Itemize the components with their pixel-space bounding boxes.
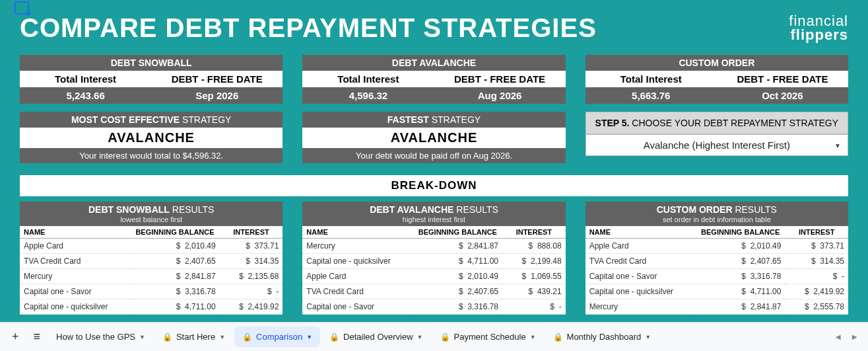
cell-interest: $ 2,135.68	[220, 269, 283, 284]
sheet-tab-label: Start Here	[176, 332, 215, 342]
cell-name: TVA Credit Card	[302, 284, 413, 299]
fastest-title: FASTEST STRATEGY	[302, 112, 565, 128]
cell-name: Capital one - Savor	[302, 299, 413, 315]
results-card-title: CUSTOM ORDER RESULTSset order in debt in…	[585, 202, 848, 226]
cell-balance: $ 2,010.49	[696, 239, 785, 254]
results-card: DEBT AVALANCHE RESULTShighest interest f…	[302, 202, 565, 315]
results-card: CUSTOM ORDER RESULTSset order in debt in…	[585, 202, 848, 315]
col-interest: INTEREST	[785, 226, 848, 239]
results-card-title: DEBT SNOWBALL RESULTSlowest balance firs…	[20, 202, 283, 226]
snowball-interest-value: 5,243.66	[20, 87, 151, 104]
fastest-note: Your debt would be paid off on Aug 2026.	[302, 148, 565, 163]
cost-effective-title: MOST COST EFFECTIVE STRATEGY	[20, 112, 283, 128]
custom-interest-label: Total Interest	[585, 71, 717, 87]
results-table: NAMEBEGINNING BALANCEINTERESTApple Card$…	[20, 226, 283, 315]
cost-effective-value: AVALANCHE	[20, 128, 283, 148]
table-row[interactable]: Capital one - quicksilver$ 4,711.00$ 2,4…	[585, 284, 848, 299]
cell-name: Mercury	[302, 239, 413, 254]
sheet-tab-label: Comparison	[256, 332, 302, 342]
sheet-tab-how[interactable]: How to Use the GPS▼	[48, 327, 153, 347]
cell-balance: $ 3,316.78	[696, 269, 785, 284]
table-row[interactable]: Capital one - Savor$ 3,316.78$ -	[20, 284, 283, 299]
sheet-tab-month[interactable]: 🔒Monthly Dashboard▼	[545, 327, 659, 347]
snowball-interest-label: Total Interest	[20, 71, 151, 87]
spreadsheet-canvas: COMPARE DEBT REPAYMENT STRATEGIES financ…	[0, 0, 868, 322]
cell-name: Capital one - quicksilver	[20, 299, 130, 315]
custom-interest-value: 5,663.76	[585, 87, 717, 104]
table-row[interactable]: Apple Card$ 2,010.49$ 1,069.55	[302, 269, 565, 284]
cell-name: Apple Card	[20, 239, 130, 254]
lock-icon: 🔒	[329, 332, 339, 342]
chevron-down-icon: ▼	[417, 334, 423, 340]
card-avalanche-title: DEBT AVALANCHE	[302, 55, 565, 71]
avalanche-date-value: Aug 2026	[434, 87, 565, 104]
sheet-tab-detail[interactable]: 🔒Detailed Overview▼	[321, 327, 430, 347]
cell-balance: $ 2,841.87	[130, 269, 219, 284]
lock-icon: 🔒	[440, 332, 450, 342]
cell-balance: $ 2,407.65	[696, 254, 785, 269]
sheet-tab-label: Monthly Dashboard	[567, 332, 642, 342]
cell-interest: $ -	[502, 299, 566, 315]
sheet-tab-start[interactable]: 🔒Start Here▼	[154, 327, 233, 347]
table-row[interactable]: Mercury$ 2,841.87$ 2,135.68	[20, 269, 283, 284]
table-row[interactable]: TVA Credit Card$ 2,407.65$ 314.35	[20, 254, 283, 269]
card-snowball-title: DEBT SNOWBALL	[20, 55, 283, 71]
sheet-tab-pay[interactable]: 🔒Payment Schedule▼	[432, 327, 544, 347]
chevron-down-icon: ▼	[219, 334, 225, 340]
cell-interest: $ 2,419.92	[785, 284, 848, 299]
lock-icon: 🔒	[553, 332, 563, 342]
custom-date-value: Oct 2026	[717, 87, 848, 104]
cell-name: Capital one - Savor	[20, 284, 130, 299]
col-name: NAME	[20, 226, 130, 239]
table-row[interactable]: Mercury$ 2,841.87$ 2,555.78	[585, 299, 848, 315]
card-custom-title: CUSTOM ORDER	[585, 55, 848, 71]
cell-name: Capital one - Savor	[585, 269, 696, 284]
lock-icon: 🔒	[242, 332, 252, 342]
col-interest: INTEREST	[220, 226, 283, 239]
cell-interest: $ 2,555.78	[785, 299, 848, 315]
chevron-down-icon: ▼	[306, 334, 312, 340]
card-custom: CUSTOM ORDER Total Interest DEBT - FREE …	[585, 55, 848, 104]
add-sheet-button[interactable]: +	[5, 325, 26, 349]
card-snowball: DEBT SNOWBALL Total Interest DEBT - FREE…	[20, 55, 283, 104]
sheet-tab-label: How to Use the GPS	[56, 332, 135, 342]
sheet-tab-label: Payment Schedule	[454, 332, 526, 342]
scroll-tabs-right-button[interactable]: ►	[846, 327, 863, 347]
cell-balance: $ 3,316.78	[130, 284, 219, 299]
custom-date-label: DEBT - FREE DATE	[717, 71, 848, 87]
table-row[interactable]: Mercury$ 2,841.87$ 888.08	[302, 239, 565, 254]
chevron-down-icon: ▼	[834, 141, 841, 149]
table-row[interactable]: Apple Card$ 2,010.49$ 373.71	[20, 239, 283, 254]
scroll-tabs-left-button[interactable]: ◄	[830, 327, 846, 347]
table-row[interactable]: Capital one - Savor$ 3,316.78$ -	[585, 269, 848, 284]
cell-interest: $ 439.21	[502, 284, 566, 299]
sheet-tab-label: Detailed Overview	[343, 332, 413, 342]
cell-balance: $ 2,407.65	[130, 254, 219, 269]
step-5-instruction: STEP 5. CHOOSE YOUR DEBT REPAYMENT STRAT…	[585, 112, 848, 134]
table-row[interactable]: Capital one - quicksilver$ 4,711.00$ 2,4…	[20, 299, 283, 315]
cell-balance: $ 2,841.87	[413, 239, 502, 254]
cell-interest: $ 2,419.92	[220, 299, 283, 315]
cell-name: Capital one - quicksilver	[585, 284, 696, 299]
table-row[interactable]: Capital one - quicksilver$ 4,711.00$ 2,1…	[302, 254, 565, 269]
fastest-value: AVALANCHE	[302, 128, 565, 148]
cell-balance: $ 4,711.00	[413, 254, 502, 269]
table-row[interactable]: Capital one - Savor$ 3,316.78$ -	[302, 299, 565, 315]
all-sheets-button[interactable]: ≡	[27, 325, 48, 349]
sheet-tab-compare[interactable]: 🔒Comparison▼	[234, 327, 320, 347]
cell-interest: $ 1,069.55	[502, 269, 566, 284]
cell-name: TVA Credit Card	[585, 254, 696, 269]
col-name: NAME	[585, 226, 696, 239]
col-name: NAME	[302, 226, 413, 239]
strategy-select[interactable]: Avalanche (Highest Interest First) ▼	[585, 134, 848, 156]
results-card: DEBT SNOWBALL RESULTSlowest balance firs…	[20, 202, 283, 315]
col-balance: BEGINNING BALANCE	[696, 226, 785, 239]
table-row[interactable]: Apple Card$ 2,010.49$ 373.71	[585, 239, 848, 254]
table-row[interactable]: TVA Credit Card$ 2,407.65$ 439.21	[302, 284, 565, 299]
cell-balance: $ 3,316.78	[413, 299, 502, 315]
avalanche-date-label: DEBT - FREE DATE	[434, 71, 565, 87]
table-row[interactable]: TVA Credit Card$ 2,407.65$ 314.35	[585, 254, 848, 269]
card-most-cost-effective: MOST COST EFFECTIVE STRATEGY AVALANCHE Y…	[20, 112, 283, 163]
cell-interest: $ 373.71	[220, 239, 283, 254]
snowball-date-label: DEBT - FREE DATE	[151, 71, 283, 87]
